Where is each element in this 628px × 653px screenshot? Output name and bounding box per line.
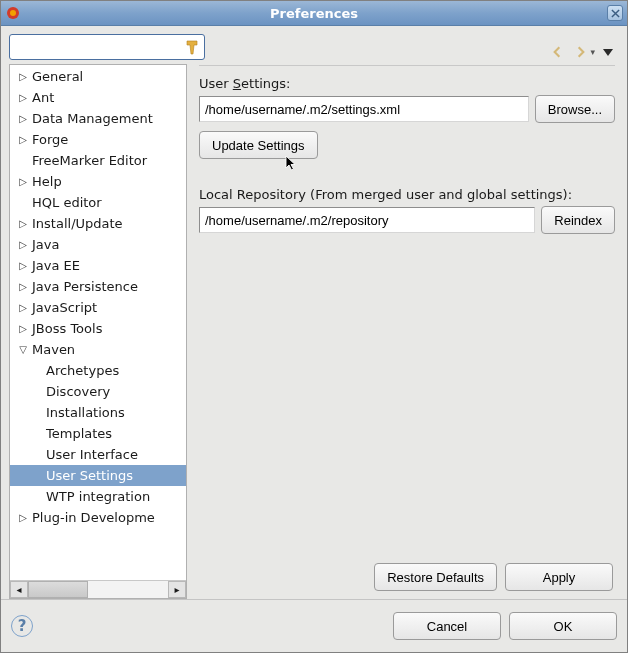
scroll-thumb[interactable]: [28, 581, 88, 598]
expand-icon[interactable]: ▷: [16, 239, 30, 250]
expand-icon[interactable]: ▷: [16, 218, 30, 229]
expand-icon[interactable]: ▷: [16, 92, 30, 103]
reindex-button[interactable]: Reindex: [541, 206, 615, 234]
expand-icon[interactable]: ▷: [16, 512, 30, 523]
dialog-footer: ? Cancel OK: [1, 599, 627, 652]
scroll-track[interactable]: [28, 581, 168, 598]
collapse-icon[interactable]: ▽: [16, 344, 30, 355]
local-repo-label: Local Repository (From merged user and g…: [199, 187, 615, 202]
titlebar: Preferences: [1, 1, 627, 26]
settings-pane: ▾ User Settings: Browse... Update Settin…: [193, 34, 619, 599]
scroll-right-button[interactable]: ▸: [168, 581, 186, 598]
filter-row: [9, 34, 187, 60]
scroll-left-button[interactable]: ◂: [10, 581, 28, 598]
tree-child-item[interactable]: Installations: [10, 402, 186, 423]
tree-child-item[interactable]: WTP integration: [10, 486, 186, 507]
tree-item-label: Forge: [30, 132, 68, 147]
tree-item[interactable]: ▷JBoss Tools: [10, 318, 186, 339]
expand-icon[interactable]: ▷: [16, 113, 30, 124]
local-repo-input[interactable]: [199, 207, 535, 233]
expand-icon[interactable]: ▷: [16, 302, 30, 313]
clear-filter-icon[interactable]: [183, 38, 201, 56]
tree-child-item[interactable]: Discovery: [10, 381, 186, 402]
user-settings-input[interactable]: [199, 96, 529, 122]
browse-button[interactable]: Browse...: [535, 95, 615, 123]
tree-item-label: Help: [30, 174, 62, 189]
tree-item-label: FreeMarker Editor: [30, 153, 147, 168]
tree-item-label: Java EE: [30, 258, 80, 273]
restore-defaults-button[interactable]: Restore Defaults: [374, 563, 497, 591]
tree-item-label: Ant: [30, 90, 54, 105]
tree-item[interactable]: ▽Maven: [10, 339, 186, 360]
tree-item-label: Templates: [44, 426, 112, 441]
tree-child-item[interactable]: Templates: [10, 423, 186, 444]
expand-icon[interactable]: ▷: [16, 176, 30, 187]
tree-item-label: Installations: [44, 405, 125, 420]
tree-item-label: Java: [30, 237, 59, 252]
tree-item-label: Discovery: [44, 384, 110, 399]
update-settings-button[interactable]: Update Settings: [199, 131, 318, 159]
settings-toolbar: ▾: [199, 38, 615, 66]
expand-icon[interactable]: ▷: [16, 134, 30, 145]
app-icon: [5, 5, 21, 21]
window-title: Preferences: [270, 6, 358, 21]
tree-item[interactable]: ▷Java EE: [10, 255, 186, 276]
expand-icon[interactable]: ▷: [16, 71, 30, 82]
expand-icon[interactable]: ▷: [16, 260, 30, 271]
tree-item-label: Plug-in Developme: [30, 510, 155, 525]
tree-item[interactable]: ▷JavaScript: [10, 297, 186, 318]
nav-back-icon[interactable]: [548, 43, 566, 61]
tree-horizontal-scrollbar[interactable]: ◂ ▸: [10, 580, 186, 598]
nav-forward-icon[interactable]: [572, 43, 590, 61]
svg-point-1: [10, 10, 16, 16]
tree-item-label: User Interface: [44, 447, 138, 462]
settings-body: User Settings: Browse... Update Settings…: [199, 76, 615, 242]
tree-item-label: WTP integration: [44, 489, 150, 504]
expand-icon[interactable]: ▷: [16, 281, 30, 292]
dialog-content: ▷General▷Ant▷Data Management▷ForgeFreeMa…: [1, 26, 627, 599]
preferences-tree[interactable]: ▷General▷Ant▷Data Management▷ForgeFreeMa…: [10, 65, 186, 580]
apply-button[interactable]: Apply: [505, 563, 613, 591]
tree-child-item[interactable]: User Settings: [10, 465, 186, 486]
tree-item[interactable]: ▷Help: [10, 171, 186, 192]
nav-forward-dropdown-icon[interactable]: ▾: [590, 47, 595, 57]
window-close-button[interactable]: [607, 5, 623, 21]
tree-item[interactable]: ▷Plug-in Developme: [10, 507, 186, 528]
tree-item[interactable]: ▷Data Management: [10, 108, 186, 129]
tree-item[interactable]: ▷General: [10, 66, 186, 87]
tree-item[interactable]: HQL editor: [10, 192, 186, 213]
tree-item-label: General: [30, 69, 83, 84]
tree-item-label: Maven: [30, 342, 75, 357]
tree-item-label: Install/Update: [30, 216, 123, 231]
view-menu-icon[interactable]: [601, 45, 615, 59]
tree-item-label: JavaScript: [30, 300, 97, 315]
tree-item-label: Data Management: [30, 111, 153, 126]
filter-input[interactable]: [9, 34, 205, 60]
tree-item-label: JBoss Tools: [30, 321, 102, 336]
tree-child-item[interactable]: User Interface: [10, 444, 186, 465]
tree-item-label: User Settings: [44, 468, 133, 483]
tree-item[interactable]: ▷Install/Update: [10, 213, 186, 234]
tree-item-label: Archetypes: [44, 363, 119, 378]
help-icon[interactable]: ?: [11, 615, 33, 637]
expand-icon[interactable]: ▷: [16, 323, 30, 334]
tree-item[interactable]: ▷Java Persistence: [10, 276, 186, 297]
ok-button[interactable]: OK: [509, 612, 617, 640]
settings-footer: Restore Defaults Apply: [199, 555, 615, 599]
tree-item[interactable]: FreeMarker Editor: [10, 150, 186, 171]
tree-child-item[interactable]: Archetypes: [10, 360, 186, 381]
cancel-button[interactable]: Cancel: [393, 612, 501, 640]
preferences-tree-container: ▷General▷Ant▷Data Management▷ForgeFreeMa…: [9, 64, 187, 599]
tree-item-label: Java Persistence: [30, 279, 138, 294]
tree-item[interactable]: ▷Forge: [10, 129, 186, 150]
tree-item[interactable]: ▷Ant: [10, 87, 186, 108]
tree-item[interactable]: ▷Java: [10, 234, 186, 255]
tree-item-label: HQL editor: [30, 195, 102, 210]
preferences-tree-pane: ▷General▷Ant▷Data Management▷ForgeFreeMa…: [9, 34, 187, 599]
user-settings-label: User Settings:: [199, 76, 615, 91]
